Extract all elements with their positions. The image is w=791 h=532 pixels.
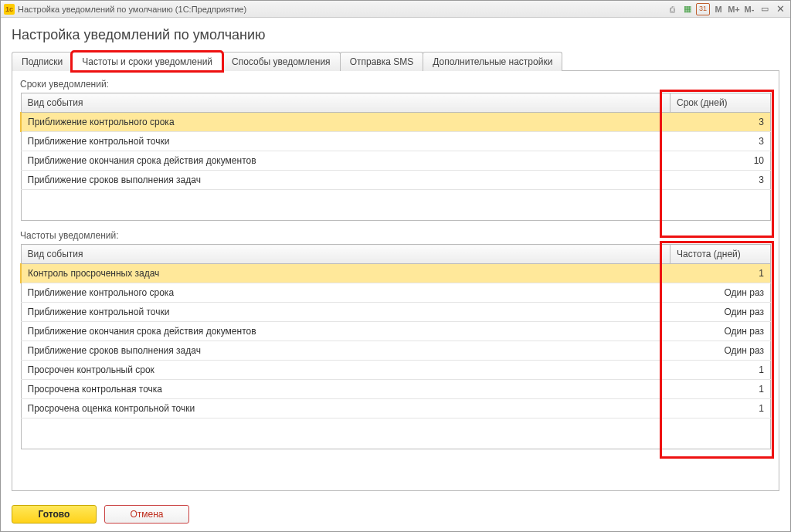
section-terms-label: Сроки уведомлений: <box>20 79 771 90</box>
cell-event: Просрочен контрольный срок <box>21 361 670 380</box>
cell-value[interactable]: 3 <box>670 132 771 151</box>
memory-mplus-icon[interactable]: M+ <box>727 3 741 15</box>
table-row[interactable]: Контроль просроченных задач 1 <box>21 264 771 283</box>
titlebar-controls: ⎙ ▦ 31 M M+ M- ▭ ✕ <box>665 3 787 15</box>
table-row[interactable]: Приближение контрольной точки Один раз <box>21 303 771 322</box>
tab-additional[interactable]: Дополнительные настройки <box>423 52 562 71</box>
cell-event: Приближение контрольного срока <box>21 283 670 303</box>
tab-panel: Сроки уведомлений: Вид события Срок (дне… <box>12 71 779 491</box>
table-row[interactable]: Приближение контрольной точки 3 <box>21 132 771 151</box>
cell-event: Приближение контрольной точки <box>21 303 670 322</box>
terms-col-event[interactable]: Вид события <box>21 93 670 113</box>
cell-event: Приближение контрольной точки <box>21 132 670 151</box>
tabs: Подписки Частоты и сроки уведомлений Спо… <box>12 51 779 71</box>
tab-sms[interactable]: Отправка SMS <box>340 52 424 71</box>
terms-grid-wrap: Вид события Срок (дней) Приближение конт… <box>20 93 771 221</box>
cell-value[interactable]: Один раз <box>670 303 771 322</box>
cell-event: Приближение контрольного срока <box>21 113 670 132</box>
table-row[interactable]: Приближение окончания срока действия док… <box>21 322 771 341</box>
close-icon[interactable]: ✕ <box>773 3 787 15</box>
tab-frequencies-terms[interactable]: Частоты и сроки уведомлений <box>72 52 222 71</box>
cell-event: Контроль просроченных задач <box>21 264 670 283</box>
content: Настройка уведомлений по умолчанию Подпи… <box>1 18 790 499</box>
memory-mminus-icon[interactable]: M- <box>742 3 756 15</box>
tab-subscriptions[interactable]: Подписки <box>12 52 73 71</box>
cell-event: Приближение окончания срока действия док… <box>21 151 670 171</box>
freq-col-event[interactable]: Вид события <box>21 245 670 264</box>
terms-col-value[interactable]: Срок (дней) <box>670 93 771 113</box>
table-empty-area <box>21 418 771 449</box>
table-row[interactable]: Просрочен контрольный срок 1 <box>21 361 771 380</box>
cancel-button[interactable]: Отмена <box>104 505 189 524</box>
ok-button[interactable]: Готово <box>12 505 97 524</box>
cell-event: Просрочена оценка контрольной точки <box>21 399 670 418</box>
print-icon[interactable]: ⎙ <box>665 3 679 15</box>
window-title: Настройка уведомлений по умолчанию (1С:П… <box>18 5 665 14</box>
titlebar: 1c Настройка уведомлений по умолчанию (1… <box>1 1 790 18</box>
table-row[interactable]: Приближение контрольного срока Один раз <box>21 283 771 303</box>
window: 1c Настройка уведомлений по умолчанию (1… <box>0 0 791 532</box>
freq-grid-wrap: Вид события Частота (дней) Контроль прос… <box>20 244 771 449</box>
section-freq-label: Частоты уведомлений: <box>20 230 771 241</box>
table-row[interactable]: Просрочена контрольная точка 1 <box>21 380 771 399</box>
cell-event: Приближение окончания срока действия док… <box>21 322 670 341</box>
cell-value[interactable]: 1 <box>670 399 771 418</box>
table-icon[interactable]: ▦ <box>681 3 694 15</box>
cell-value[interactable]: Один раз <box>670 283 771 303</box>
cell-event: Приближение сроков выполнения задач <box>21 341 670 361</box>
cell-value[interactable]: Один раз <box>670 322 771 341</box>
memory-m-icon[interactable]: M <box>711 3 725 15</box>
freq-grid[interactable]: Вид события Частота (дней) Контроль прос… <box>20 244 771 449</box>
cell-value[interactable]: 1 <box>670 264 771 283</box>
terms-grid[interactable]: Вид события Срок (дней) Приближение конт… <box>20 93 771 221</box>
table-row[interactable]: Приближение сроков выполнения задач Один… <box>21 341 771 361</box>
table-row[interactable]: Приближение окончания срока действия док… <box>21 151 771 171</box>
cell-value[interactable]: 3 <box>670 113 771 132</box>
cell-value[interactable]: 10 <box>670 151 771 171</box>
minimize-icon[interactable]: ▭ <box>758 3 772 15</box>
cell-value[interactable]: 1 <box>670 361 771 380</box>
section-freq: Частоты уведомлений: Вид события Частота… <box>20 229 771 449</box>
table-row[interactable]: Приближение контрольного срока 3 <box>21 113 771 132</box>
cell-value[interactable]: 1 <box>670 380 771 399</box>
page-title: Настройка уведомлений по умолчанию <box>12 27 779 43</box>
calendar-icon[interactable]: 31 <box>696 3 710 15</box>
table-empty-area <box>21 190 771 221</box>
cell-event: Просрочена контрольная точка <box>21 380 670 399</box>
table-row[interactable]: Просрочена оценка контрольной точки 1 <box>21 399 771 418</box>
cell-event: Приближение сроков выполнения задач <box>21 171 670 190</box>
table-row[interactable]: Приближение сроков выполнения задач 3 <box>21 171 771 190</box>
footer: Готово Отмена <box>1 499 790 531</box>
cell-value[interactable]: Один раз <box>670 341 771 361</box>
app-icon: 1c <box>4 4 15 15</box>
freq-col-value[interactable]: Частота (дней) <box>670 245 771 264</box>
tab-methods[interactable]: Способы уведомления <box>222 52 341 71</box>
cell-value[interactable]: 3 <box>670 171 771 190</box>
